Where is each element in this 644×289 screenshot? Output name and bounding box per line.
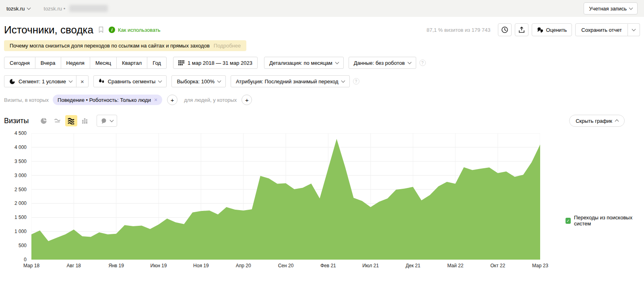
add-visit-condition-button[interactable]: + <box>167 95 178 105</box>
chart-legend: ✓ Переходы из поисковых систем <box>566 215 640 227</box>
sampling-dropdown[interactable]: Выборка: 100% <box>171 75 226 87</box>
upload-icon <box>518 27 525 33</box>
save-report-button[interactable]: Сохранить отчет <box>575 23 628 36</box>
data-mode-dropdown[interactable]: Данные: без роботов <box>349 57 416 69</box>
segmentation-row: Визиты, в которых Поведение • Роботность… <box>4 95 640 105</box>
x-tick-label: Май 22 <box>447 263 463 268</box>
y-tick-label: 1 500 <box>4 215 27 220</box>
rate-button[interactable]: Оценить <box>532 23 572 36</box>
period-button-1[interactable]: Вчера <box>35 57 61 69</box>
pie-chart-type-button[interactable] <box>38 115 50 126</box>
save-report-label: Сохранить отчет <box>581 27 622 33</box>
chart-metric-title: Визиты <box>4 117 29 125</box>
add-people-condition-button[interactable]: + <box>242 95 252 105</box>
comment-bubble-icon <box>101 118 107 124</box>
chevron-down-icon <box>69 78 73 83</box>
close-icon[interactable]: × <box>154 97 157 103</box>
counter-selector[interactable]: tozsk.ru <box>6 6 30 12</box>
period-button-4[interactable]: Квартал <box>116 57 147 69</box>
rate-button-label: Оценить <box>546 27 567 33</box>
y-tick-label: 1 000 <box>4 229 27 234</box>
x-tick-label: Сен 20 <box>278 263 294 268</box>
close-icon: × <box>80 78 84 85</box>
segment-dropdown[interactable]: Сегмент: 1 условие <box>4 78 76 85</box>
period-button-5[interactable]: Год <box>147 57 167 69</box>
notice-banner: Почему могла снизиться доля переходов по… <box>4 40 246 51</box>
calendar-grid-icon <box>178 60 184 66</box>
y-tick-label: 0 <box>4 257 27 262</box>
annotations-dropdown[interactable] <box>97 115 117 127</box>
chevron-down-icon <box>217 78 221 83</box>
page-title: Источники, сводка <box>4 24 93 36</box>
y-tick-label: 3 500 <box>4 159 27 164</box>
chart-type-switcher <box>38 115 117 127</box>
segment-pie-icon <box>9 78 15 85</box>
visits-area-chart[interactable] <box>31 133 540 260</box>
history-button[interactable] <box>498 23 512 36</box>
x-tick-label: Июн 19 <box>151 263 167 268</box>
legend-label[interactable]: Переходы из поисковых систем <box>574 215 640 227</box>
x-tick-label: Окт 22 <box>490 263 505 268</box>
segment-chip-label: Поведение • Роботность: Только люди <box>58 97 151 103</box>
y-tick-label: 2 500 <box>4 187 27 192</box>
legend-checkbox[interactable]: ✓ <box>566 218 571 224</box>
period-button-2[interactable]: Неделя <box>61 57 90 69</box>
chevron-up-icon <box>615 120 619 124</box>
stacked-area-type-button[interactable] <box>65 115 77 126</box>
compare-segments-dropdown[interactable]: Сравнить сегменты <box>93 75 167 87</box>
column-chart-icon <box>81 118 88 124</box>
compare-segments-label: Сравнить сегменты <box>108 78 156 85</box>
chevron-down-icon <box>629 6 633 10</box>
for-people-label: для людей, у которых <box>184 97 237 103</box>
y-tick-label: 500 <box>4 243 27 248</box>
help-icon[interactable]: ? <box>353 78 359 85</box>
help-icon[interactable]: ? <box>419 60 426 66</box>
visits-in-which-label: Визиты, в которых <box>4 97 49 103</box>
period-button-0[interactable]: Сегодня <box>4 57 35 69</box>
notice-more-link[interactable]: Подробнее <box>214 43 241 49</box>
column-chart-type-button[interactable] <box>79 115 91 126</box>
x-tick-label: Фев 21 <box>320 263 336 268</box>
segment-clear-button[interactable]: × <box>76 76 88 87</box>
segment-chip[interactable]: Поведение • Роботность: Только люди × <box>53 95 162 105</box>
segment-filter-row: Сегмент: 1 условие × Сравнить сегменты В… <box>4 75 640 87</box>
save-report-dropdown[interactable] <box>628 23 640 36</box>
hide-chart-button[interactable]: Скрыть график <box>569 115 625 127</box>
y-tick-label: 3 000 <box>4 173 27 178</box>
hide-chart-label: Скрыть график <box>576 118 612 124</box>
attribution-dropdown[interactable]: Атрибуция: Последний значимый переход <box>231 75 350 87</box>
x-tick-label: Мар 18 <box>23 263 39 268</box>
chevron-down-icon <box>632 27 636 31</box>
feedback-drops-icon <box>537 27 543 33</box>
account-button[interactable]: Учетная запись <box>584 2 638 14</box>
line-chart-type-button[interactable] <box>52 115 64 126</box>
clock-icon <box>501 26 508 33</box>
x-tick-label: Янв 19 <box>108 263 124 268</box>
bookmark-icon[interactable] <box>98 27 104 33</box>
chevron-down-icon <box>158 78 162 83</box>
date-range-button[interactable]: 1 мар 2018 — 31 мар 2023 <box>173 57 258 69</box>
chevron-down-icon <box>341 78 345 83</box>
notice-text: Почему могла снизиться доля переходов по… <box>10 43 210 49</box>
date-range-label: 1 мар 2018 — 31 мар 2023 <box>188 60 252 66</box>
export-button[interactable] <box>515 23 528 36</box>
how-to-use-link[interactable]: Как использовать <box>118 27 161 33</box>
segment-label: Сегмент: 1 условие <box>19 78 66 85</box>
pie-chart-icon <box>40 118 47 124</box>
period-filter-row: СегодняВчераНеделяМесяцКварталГод 1 мар … <box>4 57 640 69</box>
chevron-down-icon <box>109 118 114 122</box>
attribution-label: Атрибуция: Последний значимый переход <box>236 78 339 85</box>
data-mode-label: Данные: без роботов <box>354 60 405 66</box>
detalization-dropdown[interactable]: Детализация: по месяцам <box>264 57 344 69</box>
chart-section: 05001 0001 5002 0002 5003 0003 5004 0004… <box>4 133 640 274</box>
detalization-label: Детализация: по месяцам <box>269 60 332 66</box>
chevron-down-icon <box>335 60 339 64</box>
sampling-label: Выборка: 100% <box>177 78 215 85</box>
chart-header: Визиты Скрыть график <box>4 115 640 127</box>
visits-share-text: 87,1 % визитов из 179 743 <box>427 27 491 33</box>
x-tick-label: Апр 20 <box>236 263 251 268</box>
save-report-split-button: Сохранить отчет <box>575 23 640 36</box>
chart-plot-area[interactable] <box>31 133 540 260</box>
x-tick-label: Авг 18 <box>67 263 81 268</box>
period-button-3[interactable]: Месяц <box>90 57 117 69</box>
